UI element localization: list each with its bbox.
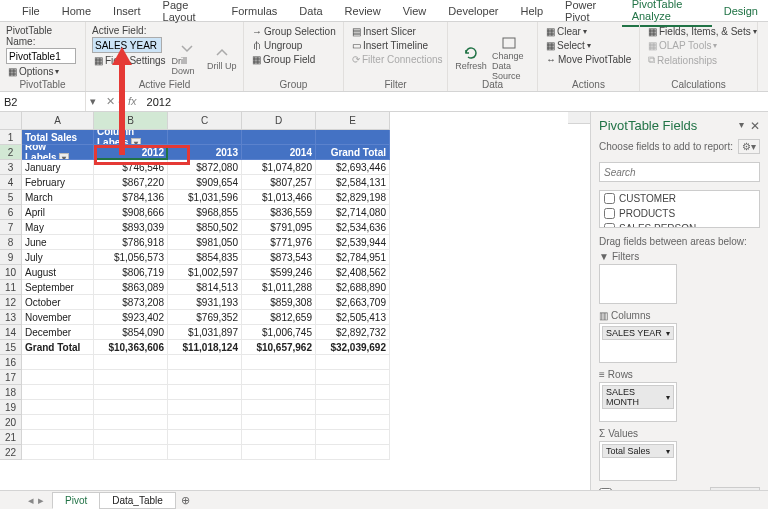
row-header[interactable]: 6 — [0, 205, 22, 220]
cell[interactable] — [242, 430, 316, 445]
col-header-d[interactable]: D — [242, 112, 316, 130]
cell[interactable] — [242, 130, 316, 145]
cell[interactable] — [168, 415, 242, 430]
cell[interactable]: $2,663,709 — [316, 295, 390, 310]
row-header[interactable]: 12 — [0, 295, 22, 310]
cell[interactable]: February — [22, 175, 94, 190]
row-header[interactable]: 11 — [0, 280, 22, 295]
cell[interactable]: Row Labels▾ — [22, 145, 94, 160]
cell[interactable]: $909,654 — [168, 175, 242, 190]
cell[interactable]: $2,539,944 — [316, 235, 390, 250]
cell[interactable] — [22, 445, 94, 460]
row-header[interactable]: 3 — [0, 160, 22, 175]
tab-design[interactable]: Design — [714, 2, 768, 20]
tab-home[interactable]: Home — [52, 2, 101, 20]
tab-insert[interactable]: Insert — [103, 2, 151, 20]
formula-value[interactable]: 2012 — [143, 96, 175, 108]
row-header[interactable]: 5 — [0, 190, 22, 205]
cell[interactable]: $1,011,288 — [242, 280, 316, 295]
cell[interactable]: $32,039,692 — [316, 340, 390, 355]
tab-file[interactable]: File — [12, 2, 50, 20]
field-customer[interactable]: CUSTOMER — [600, 191, 759, 206]
insert-timeline-button[interactable]: ▭Insert Timeline — [350, 39, 445, 52]
cell[interactable]: $2,784,951 — [316, 250, 390, 265]
cell[interactable]: $867,220 — [94, 175, 168, 190]
cell[interactable]: $2,693,446 — [316, 160, 390, 175]
name-box-dropdown[interactable]: ▾ — [86, 95, 100, 108]
filters-box[interactable] — [599, 264, 677, 304]
cell[interactable] — [168, 130, 242, 145]
sheet-tab-data-table[interactable]: Data_Table — [99, 492, 176, 509]
cell[interactable]: June — [22, 235, 94, 250]
rows-box[interactable]: SALES MONTH▾ — [599, 382, 677, 422]
cell[interactable] — [316, 445, 390, 460]
cell[interactable]: $806,719 — [94, 265, 168, 280]
cell[interactable] — [168, 385, 242, 400]
fields-pane-gear-icon[interactable]: ⚙▾ — [738, 139, 760, 154]
cell[interactable] — [94, 415, 168, 430]
cell[interactable] — [22, 385, 94, 400]
cell[interactable]: $893,039 — [94, 220, 168, 235]
cell[interactable] — [94, 430, 168, 445]
cell[interactable]: $599,246 — [242, 265, 316, 280]
cell[interactable] — [242, 370, 316, 385]
cell[interactable]: September — [22, 280, 94, 295]
cell[interactable] — [22, 370, 94, 385]
cell[interactable] — [22, 430, 94, 445]
cell[interactable] — [242, 385, 316, 400]
values-item[interactable]: Total Sales▾ — [602, 444, 674, 458]
cell[interactable]: $850,502 — [168, 220, 242, 235]
cell[interactable]: $923,402 — [94, 310, 168, 325]
cell[interactable]: $791,095 — [242, 220, 316, 235]
cell[interactable] — [242, 355, 316, 370]
row-header[interactable]: 22 — [0, 445, 22, 460]
field-products[interactable]: PRODUCTS — [600, 206, 759, 221]
cell[interactable]: $2,534,636 — [316, 220, 390, 235]
row-header[interactable]: 8 — [0, 235, 22, 250]
row-header[interactable]: 20 — [0, 415, 22, 430]
cell[interactable] — [168, 400, 242, 415]
cell[interactable]: $873,208 — [94, 295, 168, 310]
cell[interactable]: August — [22, 265, 94, 280]
cell[interactable]: 2012 — [94, 145, 168, 160]
cell[interactable] — [168, 445, 242, 460]
cell[interactable] — [22, 355, 94, 370]
cell[interactable]: January — [22, 160, 94, 175]
cell[interactable] — [242, 400, 316, 415]
cell[interactable]: $1,006,745 — [242, 325, 316, 340]
cell[interactable]: $2,829,198 — [316, 190, 390, 205]
cell[interactable]: $2,505,413 — [316, 310, 390, 325]
cell[interactable] — [316, 385, 390, 400]
cell[interactable]: $807,257 — [242, 175, 316, 190]
cell[interactable]: $836,559 — [242, 205, 316, 220]
cell[interactable]: $854,090 — [94, 325, 168, 340]
cell[interactable]: 2014 — [242, 145, 316, 160]
cell[interactable]: Total Sales — [22, 130, 94, 145]
row-header[interactable]: 17 — [0, 370, 22, 385]
cell[interactable]: $872,080 — [168, 160, 242, 175]
fields-search-input[interactable] — [599, 162, 760, 182]
select-button[interactable]: ▦Select▾ — [544, 39, 633, 52]
fields-list[interactable]: CUSTOMER PRODUCTS SALES PERSON SALES REG… — [599, 190, 760, 228]
cell[interactable]: $1,002,597 — [168, 265, 242, 280]
sheet-prev-icon[interactable]: ◂ — [28, 494, 34, 507]
cell[interactable] — [94, 355, 168, 370]
cell[interactable] — [94, 385, 168, 400]
sheet-tab-pivot[interactable]: Pivot — [52, 492, 100, 509]
cell[interactable] — [94, 445, 168, 460]
col-header-a[interactable]: A — [22, 112, 94, 130]
cell[interactable]: $859,308 — [242, 295, 316, 310]
cell[interactable]: March — [22, 190, 94, 205]
cell[interactable]: $771,976 — [242, 235, 316, 250]
row-header[interactable]: 16 — [0, 355, 22, 370]
cell[interactable]: $814,513 — [168, 280, 242, 295]
row-header[interactable]: 7 — [0, 220, 22, 235]
col-header-c[interactable]: C — [168, 112, 242, 130]
cell[interactable]: $746,546 — [94, 160, 168, 175]
cell[interactable] — [94, 400, 168, 415]
fields-pane-close-icon[interactable]: ✕ — [750, 119, 760, 133]
checkbox-customer[interactable] — [604, 193, 615, 204]
row-header[interactable]: 2 — [0, 145, 22, 160]
fx-icon[interactable]: fx — [128, 95, 137, 108]
cell[interactable]: $10,657,962 — [242, 340, 316, 355]
